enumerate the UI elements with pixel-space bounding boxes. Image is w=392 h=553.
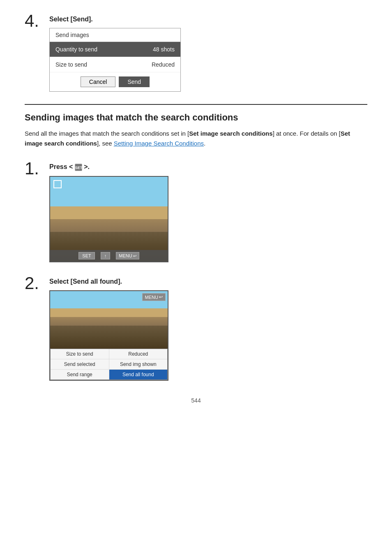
back-arrow-2: ↩	[159, 294, 163, 300]
step-2-container: 2. Select [Send all found]. MENU ↩ Size …	[25, 275, 367, 381]
page-number: 544	[25, 397, 367, 404]
send-range-option[interactable]: Send range	[51, 370, 109, 379]
size-value-2: Reduced	[109, 349, 168, 359]
send-img-shown-option[interactable]: Send img shown	[109, 359, 168, 369]
menu-label-2: MENU	[145, 295, 158, 300]
camera-screen-2: MENU ↩ Size to send Reduced Send selecte…	[49, 290, 168, 381]
intro-part3: ], see	[97, 140, 114, 147]
send-options-row-1: Send selected Send img shown	[51, 359, 167, 370]
step-1-content: Press < SET >. SET ↑ MENU ↩	[49, 160, 367, 262]
step-2-title: Select [Send all found].	[49, 278, 367, 285]
cancel-button[interactable]: Cancel	[81, 76, 116, 87]
send-button[interactable]: Send	[119, 76, 150, 87]
send-options-row-2: Send range Send all found	[51, 370, 167, 379]
size-row-2: Size to send Reduced	[51, 349, 167, 359]
intro-part2: ] at once. For details on [	[273, 130, 341, 137]
size-label: Size to send	[55, 61, 152, 68]
section-heading: Sending images that match the search con…	[25, 104, 367, 123]
send-selected-option[interactable]: Send selected	[51, 359, 109, 369]
step-4-container: 4. Select [Send]. Send images Quantity t…	[25, 12, 367, 92]
intro-part4: .	[204, 140, 205, 147]
quantity-value: 48 shots	[153, 46, 175, 53]
size-value: Reduced	[152, 61, 175, 68]
size-label-2: Size to send	[51, 349, 109, 359]
camera-bg-2: MENU ↩	[50, 291, 168, 349]
menu-button-1: MENU ↩	[116, 252, 139, 259]
dialog-buttons: Cancel Send	[50, 72, 180, 91]
intro-bold1: Set image search conditions	[189, 130, 272, 137]
send-icon-btn: ↑	[101, 252, 111, 259]
step-2-number: 2.	[25, 275, 49, 292]
step-1-title-pre: Press <	[49, 163, 75, 170]
camera-bottom-bar-1: SET ↑ MENU ↩	[50, 250, 168, 261]
step-1-title: Press < SET >.	[49, 163, 367, 171]
overlay-menu: Size to send Reduced Send selected Send …	[50, 349, 168, 380]
back-arrow-1: ↩	[133, 254, 136, 258]
step-4-content: Select [Send]. Send images Quantity to s…	[49, 12, 367, 92]
step-1-container: 1. Press < SET >. SET ↑ MENU ↩	[25, 160, 367, 262]
set-button: SET	[78, 252, 95, 259]
step-1-title-post: >.	[82, 163, 90, 170]
set-icon: SET	[75, 164, 82, 171]
send-images-dialog: Send images Quantity to send 48 shots Si…	[49, 28, 181, 92]
step-1-number: 1.	[25, 160, 49, 177]
intro-link[interactable]: Setting Image Search Conditions	[114, 140, 204, 147]
menu-label-1: MENU	[119, 253, 132, 258]
size-row: Size to send Reduced	[50, 57, 180, 72]
section-intro: Send all the images that match the searc…	[25, 129, 367, 148]
quantity-label: Quantity to send	[55, 46, 153, 53]
send-all-found-option[interactable]: Send all found	[109, 370, 168, 379]
step-4-number: 4.	[25, 12, 49, 30]
camera-screen-inner: SET ↑ MENU ↩	[50, 177, 168, 261]
step-2-content: Select [Send all found]. MENU ↩ Size to …	[49, 275, 367, 381]
quantity-row: Quantity to send 48 shots	[50, 42, 180, 57]
intro-part1: Send all the images that match the searc…	[25, 130, 189, 137]
dialog-header: Send images	[50, 28, 180, 42]
camera-screen-1: SET ↑ MENU ↩	[49, 176, 168, 262]
camera-top-left-icon	[53, 180, 62, 188]
menu-top-right: MENU ↩	[142, 293, 166, 301]
step-4-title: Select [Send].	[49, 16, 367, 23]
